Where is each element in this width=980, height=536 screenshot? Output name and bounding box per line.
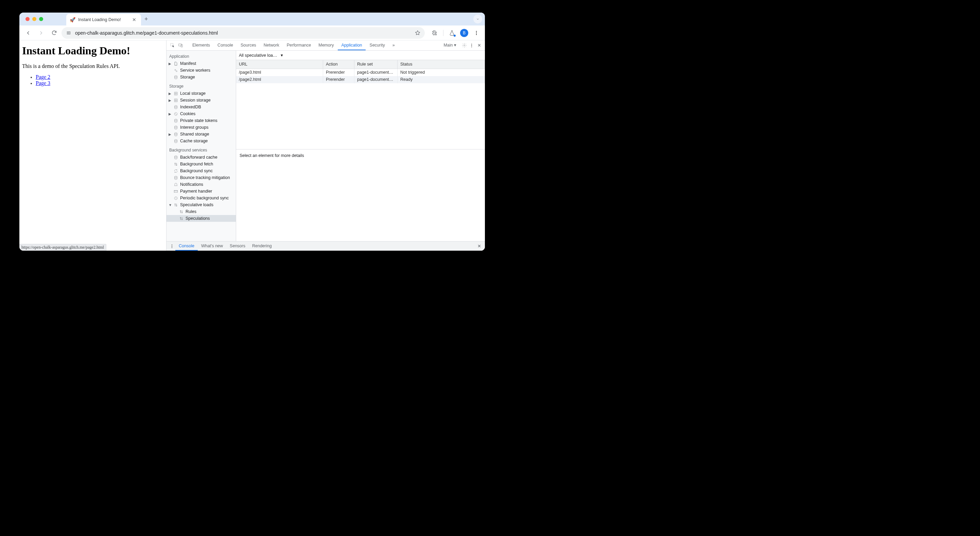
svg-point-18 (175, 113, 175, 113)
col-header-action[interactable]: Action (323, 60, 355, 68)
drawer-menu-button[interactable] (169, 241, 175, 251)
devtools-tab-sources[interactable]: Sources (237, 40, 259, 50)
devtools-tabbar: Elements Console Sources Network Perform… (167, 40, 485, 51)
col-header-status[interactable]: Status (398, 60, 485, 68)
page-link[interactable]: Page 3 (36, 80, 50, 86)
drawer-tab-sensors[interactable]: Sensors (226, 242, 249, 251)
notification-dot-icon (453, 35, 456, 37)
devtools-menu-button[interactable] (469, 40, 475, 51)
col-header-url[interactable]: URL (236, 60, 323, 68)
sidebar-item[interactable]: ▶Session storage (167, 97, 236, 103)
sidebar-item[interactable]: Back/forward cache (167, 154, 236, 161)
profile-button[interactable]: B (459, 28, 469, 38)
devtools-tab-network[interactable]: Network (260, 40, 283, 50)
page-heading: Instant Loading Demo! (22, 45, 164, 57)
sidebar-item-label: Cache storage (180, 138, 208, 143)
sidebar-item[interactable]: Periodic background sync (167, 195, 236, 201)
sidebar-item[interactable]: Storage (167, 74, 236, 81)
close-window-button[interactable] (25, 17, 30, 21)
devtools-tab-application[interactable]: Application (338, 40, 365, 50)
close-tab-icon[interactable]: ✕ (131, 17, 138, 22)
sidebar-item[interactable]: ▶Local storage (167, 90, 236, 97)
sidebar-item[interactable]: Notifications (167, 181, 236, 188)
sidebar-section-header: Application (167, 52, 236, 60)
sidebar-item[interactable]: ▶Manifest (167, 60, 236, 67)
address-bar[interactable]: open-chalk-asparagus.glitch.me/page1-doc… (62, 27, 425, 39)
db-icon (173, 119, 178, 123)
arrows-icon (179, 216, 183, 221)
drawer-tab-rendering[interactable]: Rendering (249, 242, 275, 251)
col-header-ruleset[interactable]: Rule set (355, 60, 398, 68)
sidebar-item-label: Private state tokens (180, 118, 218, 123)
devtools-tab-performance[interactable]: Performance (283, 40, 315, 50)
svg-point-12 (176, 71, 177, 72)
maximize-window-button[interactable] (39, 17, 43, 21)
avatar: B (460, 29, 468, 37)
devtools-tab-elements[interactable]: Elements (189, 40, 213, 50)
sidebar-item[interactable]: Cache storage (167, 138, 236, 144)
speculations-panel: All speculative loa… ▾ URL Action Rule s… (236, 51, 485, 241)
page-link[interactable]: Page 2 (36, 74, 50, 80)
sidebar-item-label: Local storage (180, 91, 205, 96)
cell-status: Ready (398, 76, 485, 83)
devtools-settings-button[interactable] (460, 40, 468, 51)
devtools-tab-memory[interactable]: Memory (315, 40, 337, 50)
arrow-right-icon (38, 30, 44, 36)
sidebar-item[interactable]: Rules (167, 208, 236, 215)
file-icon (173, 62, 178, 66)
sidebar-item-label: Payment handler (180, 189, 212, 194)
cell-url: /page2.html (236, 76, 323, 83)
drawer-close-button[interactable]: ✕ (476, 241, 483, 251)
sidebar-item[interactable]: Bounce tracking mitigation (167, 174, 236, 181)
extensions-button[interactable] (430, 28, 440, 38)
db-icon (173, 139, 178, 143)
list-item: Page 2 (36, 74, 164, 80)
site-info-icon[interactable] (65, 30, 72, 36)
menu-button[interactable] (471, 28, 482, 38)
browser-toolbar: open-chalk-asparagus.glitch.me/page1-doc… (19, 25, 485, 40)
drawer-tab-whatsnew[interactable]: What's new (198, 242, 226, 251)
reload-button[interactable] (49, 27, 59, 38)
sidebar-item[interactable]: Background sync (167, 167, 236, 174)
devtools-target-select[interactable]: Main ▾ (440, 40, 460, 50)
db-icon (173, 155, 178, 160)
minimize-window-button[interactable] (32, 17, 37, 21)
forward-button[interactable] (36, 27, 46, 38)
bookmark-button[interactable] (415, 30, 421, 36)
sidebar-item[interactable]: ▶Shared storage (167, 131, 236, 138)
clock-icon (173, 196, 178, 200)
grid-icon (173, 91, 178, 96)
sidebar-item[interactable]: ▶Cookies (167, 110, 236, 117)
devtools-tab-more[interactable]: » (389, 40, 398, 50)
arrows-icon (173, 162, 178, 167)
sidebar-item[interactable]: Service workers (167, 67, 236, 74)
back-button[interactable] (23, 27, 33, 38)
sidebar-item[interactable]: IndexedDB (167, 103, 236, 110)
device-toggle-button[interactable] (177, 40, 184, 51)
tab-search-button[interactable] (473, 14, 482, 24)
new-tab-button[interactable]: + (145, 16, 148, 23)
sidebar-item[interactable]: Background fetch (167, 161, 236, 167)
grid-icon (173, 98, 178, 103)
inspect-element-button[interactable] (169, 40, 176, 51)
sidebar-item[interactable]: Payment handler (167, 188, 236, 195)
url-text: open-chalk-asparagus.glitch.me/page1-doc… (75, 30, 218, 36)
sidebar-item[interactable]: Interest groups (167, 124, 236, 131)
sidebar-item[interactable]: Speculations (167, 215, 236, 222)
devtools-tab-console[interactable]: Console (214, 40, 237, 50)
sidebar-item[interactable]: ▼Speculative loads (167, 201, 236, 208)
table-row[interactable]: /page2.html Prerender page1-document-… R… (236, 76, 485, 83)
filter-bar: All speculative loa… ▾ (236, 51, 485, 60)
table-row[interactable]: /page3.html Prerender page1-document-… N… (236, 69, 485, 76)
drawer-tab-console[interactable]: Console (175, 242, 198, 251)
sidebar-item-label: Storage (180, 75, 195, 80)
browser-tab[interactable]: 🚀 Instant Loading Demo! ✕ (66, 14, 141, 25)
cell-ruleset: page1-document-… (355, 69, 398, 76)
sidebar-item[interactable]: Private state tokens (167, 117, 236, 124)
cookie-icon (173, 112, 178, 116)
devtools-tab-security[interactable]: Security (366, 40, 388, 50)
labs-button[interactable] (447, 28, 457, 38)
devtools-close-button[interactable]: ✕ (476, 40, 483, 51)
sidebar-item-label: IndexedDB (180, 105, 201, 110)
filter-select[interactable]: All speculative loa… ▾ (239, 52, 283, 58)
